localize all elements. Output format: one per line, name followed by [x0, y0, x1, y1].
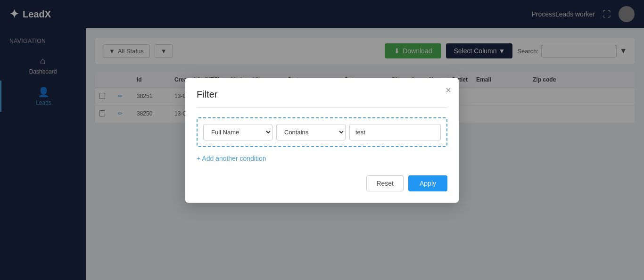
add-condition-button[interactable]: + Add another condition — [197, 153, 266, 164]
filter-modal: Filter × Full Name Email Phone Status Ca… — [185, 78, 459, 203]
filter-field-select[interactable]: Full Name Email Phone Status Category — [203, 124, 272, 140]
modal-divider — [197, 107, 447, 108]
modal-close-button[interactable]: × — [446, 85, 451, 95]
modal-overlay[interactable]: Filter × Full Name Email Phone Status Ca… — [0, 0, 644, 280]
filter-value-input[interactable] — [349, 124, 441, 140]
filter-condition-row: Full Name Email Phone Status Category Co… — [197, 117, 447, 147]
modal-title: Filter — [197, 89, 447, 100]
filter-condition-select[interactable]: Contains Equals Starts With Ends With — [276, 124, 346, 140]
reset-button[interactable]: Reset — [366, 175, 404, 191]
apply-button[interactable]: Apply — [408, 175, 447, 191]
modal-actions: Reset Apply — [197, 175, 447, 191]
